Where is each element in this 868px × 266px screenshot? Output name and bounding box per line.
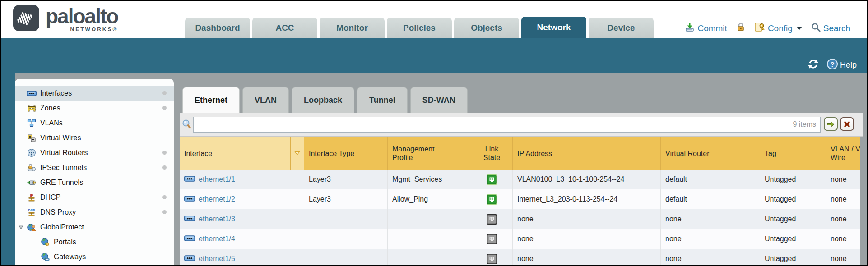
sidebar-item-label: Interfaces bbox=[40, 89, 72, 97]
virtual-wires-icon bbox=[27, 133, 37, 143]
subtab-vlan[interactable]: VLAN bbox=[242, 87, 289, 113]
filter-search-icon bbox=[182, 119, 192, 132]
cell-interface-type: Layer3 bbox=[304, 189, 388, 209]
cell-interface-type bbox=[304, 209, 388, 229]
table-row: ethernet1/1 Layer3 Mgmt_Services VLAN010… bbox=[180, 170, 860, 189]
screenshot-frame: paloalto NETWORKS® Dashboard ACC Monitor… bbox=[0, 0, 868, 266]
apply-filter-button[interactable] bbox=[824, 117, 838, 131]
cell-interface-type: Layer3 bbox=[304, 170, 388, 189]
sidebar-item-label: IPSec Tunnels bbox=[40, 164, 87, 172]
cell-ip-address: none bbox=[513, 209, 661, 229]
sidebar-item-zones[interactable]: Zones bbox=[15, 101, 174, 115]
sidebar-item-portals[interactable]: Portals bbox=[15, 234, 174, 249]
col-header-ip-address[interactable]: IP Address bbox=[513, 137, 661, 170]
sidebar-item-ipsec-tunnels[interactable]: IPSec Tunnels bbox=[15, 160, 174, 175]
expander-icon[interactable] bbox=[18, 223, 24, 231]
sidebar-item-label: VLANs bbox=[40, 119, 63, 127]
sidebar-item-virtual-routers[interactable]: Virtual Routers bbox=[15, 145, 174, 160]
sort-triangle-icon bbox=[294, 149, 300, 157]
col-header-vlan-virtual-wire[interactable]: VLAN / Virtual Wire bbox=[826, 137, 860, 170]
cell-tag: Untagged bbox=[760, 170, 826, 189]
tab-network[interactable]: Network bbox=[521, 17, 586, 38]
config-icon bbox=[754, 22, 765, 34]
col-header-virtual-router[interactable]: Virtual Router bbox=[661, 137, 760, 170]
cell-vlan-virtual-wire: none bbox=[826, 189, 860, 209]
table-row: ethernet1/3 none none Untagged none bbox=[180, 209, 860, 229]
tab-monitor[interactable]: Monitor bbox=[320, 18, 385, 38]
table-row: ethernet1/5 none none Untagged none bbox=[180, 249, 860, 265]
subtab-sdwan[interactable]: SD-WAN bbox=[410, 87, 468, 113]
dns-proxy-icon: DNS bbox=[27, 207, 37, 217]
table-row: ethernet1/4 none none Untagged none bbox=[180, 229, 860, 249]
col-header-tag[interactable]: Tag bbox=[760, 137, 826, 170]
teal-banner: ? Help bbox=[1, 38, 867, 73]
lock-button[interactable] bbox=[736, 22, 745, 34]
svg-text:DNS: DNS bbox=[28, 209, 35, 212]
tab-device[interactable]: Device bbox=[589, 18, 654, 38]
sidebar-item-globalprotect[interactable]: GlobalProtect bbox=[15, 220, 174, 234]
help-label: Help bbox=[840, 60, 857, 70]
sidebar-item-label: DNS Proxy bbox=[40, 208, 76, 216]
filter-input[interactable] bbox=[193, 117, 821, 133]
cell-ip-address: VLAN0100_L3_10-1-100-254--24 bbox=[513, 170, 661, 189]
subtab-tunnel[interactable]: Tunnel bbox=[357, 87, 408, 113]
cell-virtual-router: none bbox=[661, 209, 760, 229]
commit-button[interactable]: Commit bbox=[685, 22, 727, 34]
sidebar-item-dhcp[interactable]: IP DHCP bbox=[15, 190, 174, 205]
sidebar-item-virtual-wires[interactable]: Virtual Wires bbox=[15, 130, 174, 145]
sidebar-item-gateways[interactable]: Gateways bbox=[15, 249, 174, 264]
config-dot bbox=[162, 195, 167, 199]
sidebar-item-label: GlobalProtect bbox=[40, 223, 84, 231]
cell-management-profile bbox=[388, 249, 471, 265]
filter-toolbar: 9 items bbox=[180, 113, 863, 137]
interface-name-link[interactable]: ethernet1/3 bbox=[199, 215, 235, 223]
interface-name-link[interactable]: ethernet1/2 bbox=[199, 195, 235, 203]
sidebar-item-interfaces[interactable]: Interfaces bbox=[15, 86, 174, 101]
sidebar-item-label: Virtual Wires bbox=[40, 134, 81, 142]
tab-objects[interactable]: Objects bbox=[454, 18, 519, 38]
cell-vlan-virtual-wire: none bbox=[826, 170, 860, 189]
tab-dashboard[interactable]: Dashboard bbox=[185, 18, 250, 38]
interface-name-link[interactable]: ethernet1/5 bbox=[199, 255, 235, 263]
ethernet-port-icon bbox=[184, 255, 195, 263]
sidebar-item-vlans[interactable]: VLANs bbox=[15, 115, 174, 130]
globalprotect-icon bbox=[27, 222, 37, 232]
search-icon bbox=[811, 23, 821, 34]
link-state-icon bbox=[486, 234, 497, 245]
col-header-link-state[interactable]: Link State bbox=[471, 137, 513, 170]
config-menu[interactable]: Config bbox=[754, 22, 802, 34]
search-label: Search bbox=[823, 23, 850, 33]
link-state-icon bbox=[486, 214, 497, 225]
ipsec-tunnels-icon bbox=[27, 163, 37, 173]
filter-field-wrap: 9 items bbox=[193, 117, 821, 133]
cell-ip-address: none bbox=[513, 249, 661, 265]
brand-name: paloalto bbox=[46, 5, 118, 27]
config-dot bbox=[162, 210, 167, 214]
config-label: Config bbox=[768, 23, 793, 33]
sidebar-item-dns-proxy[interactable]: DNS DNS Proxy bbox=[15, 205, 174, 220]
clear-filter-button[interactable] bbox=[840, 117, 854, 131]
help-button[interactable]: ? Help bbox=[826, 58, 857, 72]
cell-virtual-router: default bbox=[661, 170, 760, 189]
svg-text:IP: IP bbox=[30, 193, 33, 197]
search-button[interactable]: Search bbox=[811, 23, 850, 34]
subtab-ethernet[interactable]: Ethernet bbox=[182, 87, 240, 113]
col-header-interface[interactable]: Interface bbox=[180, 137, 291, 170]
refresh-icon[interactable] bbox=[807, 59, 819, 72]
interface-name-link[interactable]: ethernet1/4 bbox=[199, 235, 235, 243]
cell-management-profile bbox=[388, 209, 471, 229]
col-header-management-profile[interactable]: Management Profile bbox=[388, 137, 471, 170]
brand-wordmark: paloalto NETWORKS® bbox=[46, 5, 118, 32]
tab-policies[interactable]: Policies bbox=[387, 18, 452, 38]
gre-tunnels-icon bbox=[27, 178, 37, 188]
commit-label: Commit bbox=[697, 23, 727, 33]
col-header-interface-type[interactable]: Interface Type bbox=[304, 137, 388, 170]
column-sort-dropdown[interactable] bbox=[291, 137, 304, 170]
cell-interface-type bbox=[304, 249, 388, 265]
ethernet-port-icon bbox=[184, 195, 195, 204]
sidebar-item-gre-tunnels[interactable]: GRE Tunnels bbox=[15, 175, 174, 190]
interface-name-link[interactable]: ethernet1/1 bbox=[199, 175, 235, 183]
subtab-loopback[interactable]: Loopback bbox=[292, 87, 354, 113]
sidebar-item-label: Gateways bbox=[54, 253, 86, 261]
tab-acc[interactable]: ACC bbox=[252, 18, 317, 38]
